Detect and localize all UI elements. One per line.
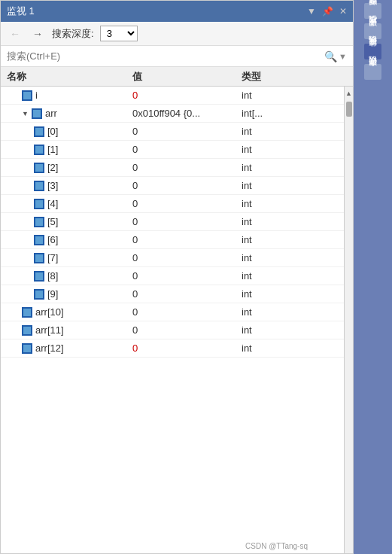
table-row[interactable]: i 0 int xyxy=(1,87,344,105)
search-depth-label: 搜索深度: xyxy=(52,27,94,41)
var-icon xyxy=(34,126,44,137)
header-value-col: 值 xyxy=(132,70,242,84)
search-dropdown-btn[interactable]: ▼ xyxy=(339,52,347,61)
title-bar: 监视 1 ▼ 📌 ✕ xyxy=(1,1,353,22)
cell-value: 0 xyxy=(132,342,242,354)
side-tab-callstack[interactable]: 调用堆栈器 xyxy=(364,23,381,39)
watermark: CSDN @TTang-sq xyxy=(245,542,308,550)
cell-value: 0 xyxy=(132,180,242,191)
table-row[interactable]: arr[12] 0 int xyxy=(1,339,344,358)
cell-name: arr[10] xyxy=(1,306,132,318)
var-icon xyxy=(34,271,44,282)
table-row[interactable]: [6] 0 int xyxy=(1,231,344,249)
cell-name: [3] xyxy=(1,180,132,191)
cell-value: 0 xyxy=(132,126,242,137)
cell-type: int xyxy=(242,90,344,101)
cell-value: 0 xyxy=(132,90,242,101)
cell-name: [6] xyxy=(1,234,132,245)
cell-type: int xyxy=(242,306,344,318)
cell-type: int xyxy=(242,180,344,191)
cell-type: int xyxy=(242,342,344,354)
header-name-col: 名称 xyxy=(1,70,132,84)
scrollbar-thumb[interactable] xyxy=(346,102,352,117)
expand-arrow-icon[interactable]: ▼ xyxy=(22,110,29,117)
side-panel: 断点调试器 调用堆栈器 监视调试器 内存调试器 xyxy=(354,0,392,554)
cell-name: arr[12] xyxy=(1,342,132,354)
side-tab-breakpoint[interactable]: 断点调试器 xyxy=(364,3,381,19)
table-row[interactable]: [2] 0 int xyxy=(1,159,344,177)
var-icon xyxy=(34,289,44,300)
table-row[interactable]: [9] 0 int xyxy=(1,285,344,303)
depth-select[interactable]: 3 1 2 4 5 xyxy=(100,26,138,41)
cell-type: int xyxy=(242,288,344,300)
table-row[interactable]: [5] 0 int xyxy=(1,213,344,231)
cell-name: [4] xyxy=(1,198,132,209)
header-type-col: 类型 xyxy=(242,70,344,84)
var-icon xyxy=(22,90,32,101)
table-row[interactable]: [7] 0 int xyxy=(1,249,344,267)
cell-value: 0 xyxy=(132,324,242,336)
cell-type: int xyxy=(242,126,344,137)
cell-type: int xyxy=(242,270,344,282)
var-icon xyxy=(22,307,32,318)
search-icon: 🔍 xyxy=(324,50,337,62)
var-icon xyxy=(34,181,44,191)
table-row[interactable]: [8] 0 int xyxy=(1,267,344,285)
title-bar-controls: ▼ 📌 ✕ xyxy=(307,6,347,17)
search-bar: 🔍 ▼ xyxy=(1,46,353,67)
forward-button[interactable]: → xyxy=(29,26,46,41)
var-icon xyxy=(34,217,44,227)
cell-name: [8] xyxy=(1,270,132,282)
table-body: i 0 int ▼ arr 0x010ff904 {0... int[... xyxy=(1,87,353,553)
cell-type: int xyxy=(242,234,344,245)
cell-type: int xyxy=(242,252,344,263)
dropdown-icon[interactable]: ▼ xyxy=(307,6,316,17)
cell-name: [2] xyxy=(1,162,132,173)
var-icon xyxy=(34,199,44,209)
close-icon[interactable]: ✕ xyxy=(339,6,347,17)
cell-type: int xyxy=(242,198,344,209)
search-input[interactable] xyxy=(7,50,324,62)
cell-type: int[... xyxy=(242,108,344,119)
cell-value: 0 xyxy=(132,216,242,227)
side-tab-watch[interactable]: 监视调试器 xyxy=(364,44,381,59)
cell-name: ▼ arr xyxy=(1,108,132,119)
table-header: 名称 值 类型 xyxy=(1,67,353,87)
var-icon xyxy=(22,325,32,336)
cell-name: [5] xyxy=(1,216,132,227)
table-row[interactable]: ▼ arr 0x010ff904 {0... int[... xyxy=(1,105,344,123)
pin-icon[interactable]: 📌 xyxy=(322,6,333,17)
var-icon xyxy=(32,108,42,119)
table-row[interactable]: [3] 0 int xyxy=(1,177,344,195)
cell-value: 0 xyxy=(132,162,242,173)
cell-value: 0 xyxy=(132,306,242,318)
scroll-up-icon[interactable]: ▲ xyxy=(345,88,352,99)
cell-name: [0] xyxy=(1,126,132,137)
cell-value: 0 xyxy=(132,252,242,263)
cell-name: arr[11] xyxy=(1,324,132,336)
toolbar: ← → 搜索深度: 3 1 2 4 5 xyxy=(1,22,353,46)
table-row[interactable]: arr[10] 0 int xyxy=(1,303,344,321)
cell-value: 0 xyxy=(132,198,242,209)
side-tab-memory[interactable]: 内存调试器 xyxy=(364,64,381,80)
table-rows: i 0 int ▼ arr 0x010ff904 {0... int[... xyxy=(1,87,344,553)
table-row[interactable]: [1] 0 int xyxy=(1,141,344,159)
cell-name: [9] xyxy=(1,288,132,300)
cell-type: int xyxy=(242,162,344,173)
watch-panel: 监视 1 ▼ 📌 ✕ ← → 搜索深度: 3 1 2 4 5 🔍 ▼ 名称 值 … xyxy=(0,0,354,554)
window-title: 监视 1 xyxy=(7,5,35,18)
cell-name: [1] xyxy=(1,144,132,155)
scrollbar[interactable]: ▲ xyxy=(344,87,353,553)
cell-type: int xyxy=(242,144,344,155)
cell-type: int xyxy=(242,216,344,227)
back-button[interactable]: ← xyxy=(7,26,23,41)
cell-value: 0 xyxy=(132,288,242,300)
var-icon xyxy=(34,253,44,263)
cell-value: 0 xyxy=(132,144,242,155)
table-row[interactable]: [4] 0 int xyxy=(1,195,344,213)
table-row[interactable]: arr[11] 0 int xyxy=(1,321,344,339)
var-icon xyxy=(34,145,44,155)
cell-type: int xyxy=(242,324,344,336)
cell-value: 0x010ff904 {0... xyxy=(132,108,242,119)
table-row[interactable]: [0] 0 int xyxy=(1,123,344,141)
